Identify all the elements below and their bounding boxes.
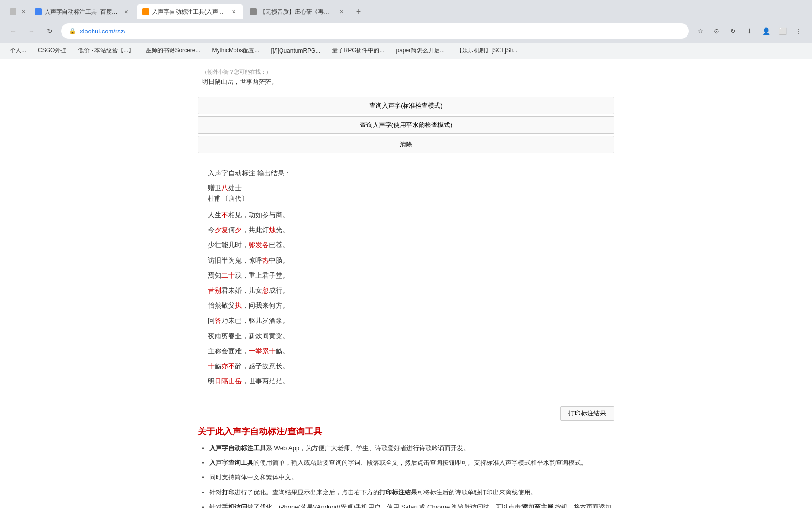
about-section: 关于此入声字自动标注/查询工具 入声字自动标注工具系 Web App，为方便广大… [198,421,614,508]
menu-icon[interactable]: ⋮ [792,24,806,38]
poem-line-5: 焉知二十载，重上君子堂。 [208,270,604,282]
bookmark-paper[interactable]: paper筒怎么开启... [392,46,449,56]
new-tab-button[interactable]: + [352,5,365,18]
browser-window: ✕ 入声字自动标注工具_百度搜索 ✕ 入声字自动标注工具(入声字... ✕ 【无… [0,0,812,508]
about-bold-1: 入声字自动标注工具 [209,444,266,452]
about-item-2: 入声字查询工具的使用简单，输入或粘贴要查询的字词、段落或全文，然后点击查询按钮即… [209,458,614,468]
content-wrapper: （朝外小街？您可能在找：） 明日隔山岳，世事两茫茫。 查询入声字(标准检查模式)… [188,59,624,508]
bookmark-quantum-label: [[/]]QuantumRPG... [271,48,320,54]
poem-line-9: 夜雨剪春韭，新炊间黄粱。 [208,330,604,342]
bookmark-quantumrpg-label: 量子RPG插件中的... [332,47,384,55]
poem-line-10: 主称会面难，一举累十觞。 [208,345,604,357]
textarea-content: 明日隔山岳，世事两茫茫。 [202,78,610,86]
bookmark-lowprice-label: 低价 · 本站经营【...】 [78,47,134,55]
poem-title-text: 赠卫 [208,184,221,191]
tab-baidu[interactable]: 入声字自动标注工具_百度搜索 ✕ [29,4,136,19]
bookmark-mythic-label: MythicMobs配置... [212,47,259,55]
poem-line-12: 明日隔山岳，世事两茫茫。 [208,375,604,387]
bookmark-sct[interactable]: 【娱乐机制】[SCT]Sli... [453,46,521,56]
bookmark-sct-label: 【娱乐机制】[SCT]Sli... [456,47,517,55]
bookmark-csgo[interactable]: CSGO外挂 [34,46,70,56]
tab-close-blank[interactable]: ✕ [19,8,27,16]
address-bar: ← → ↻ 🔒 xiaohui.com/rsz/ ☆ ⊙ ↻ ⬇ 👤 ⬜ ⋮ [0,19,812,43]
query-standard-button[interactable]: 查询入声字(标准检查模式) [198,97,614,114]
output-title: 入声字自动标注 输出结果： [208,169,604,178]
poem-author: 杜甫 〔唐代〕 [208,194,604,203]
bookmark-personal[interactable]: 个人... [6,46,30,56]
tab-active[interactable]: 入声字自动标注工具(入声字... ✕ [137,4,243,19]
bookmark-icon[interactable]: ☆ [693,24,707,38]
about-item-4: 针对打印进行了优化。查询结果显示出来之后，点击右下方的打印标注结果可将标注后的诗… [209,487,614,498]
poem-content: 赠卫八处士 杜甫 〔唐代〕 人生不相见，动如参与商。 今夕复何夕，共此灯烛光。 … [208,184,604,387]
bookmark-paper-label: paper筒怎么开启... [396,47,445,55]
poem-line-8: 问答乃未已，驱儿罗酒浆。 [208,315,604,327]
bookmark-quantum[interactable]: [[/]]QuantumRPG... [267,47,324,55]
about-addscreen-bold: 添加至主屏 [522,503,553,508]
download-icon[interactable]: ⬇ [742,24,757,38]
tab-close-baidu[interactable]: ✕ [122,8,130,16]
poem-line-1: 人生不相见，动如参与商。 [208,209,604,221]
bookmark-quantumrpg[interactable]: 量子RPG插件中的... [328,46,388,56]
about-title: 关于此入声字自动标注/查询工具 [198,426,614,437]
tab-label-active: 入声字自动标注工具(入声字... [152,8,227,16]
bookmarks-bar: 个人... CSGO外挂 低价 · 本站经营【...】 巫师的书籍Sorcere… [0,43,812,59]
poem-line-2: 今夕复何夕，共此灯烛光。 [208,224,604,236]
tab-music[interactable]: 【无损音质】庄心研《再见只... ✕ [244,4,351,19]
tab-favicon-blank [10,8,16,15]
poem-line-3: 少壮能几时，鬓发各已苍。 [208,239,604,251]
about-print-bold: 打印 [222,489,234,496]
poem-line-6: 昔别君未婚，儿女忽成行。 [208,285,604,297]
bookmark-mythic[interactable]: MythicMobs配置... [208,46,263,56]
about-item-5: 针对手机访问做了优化，iPhone(苹果)/Android(安卓)手机用户，使用… [209,502,614,508]
bookmark-csgo-label: CSGO外挂 [38,47,66,55]
poem-title-text2: 处士 [228,184,242,191]
clear-button[interactable]: 清除 [198,136,614,153]
about-print-result-bold: 打印标注结果 [379,489,417,496]
tab-favicon-active [142,8,149,15]
profile-icon[interactable]: ⊙ [709,24,724,38]
tab-label-music: 【无损音质】庄心研《再见只... [260,8,334,16]
print-button[interactable]: 打印标注结果 [560,406,614,421]
address-text: xiaohui.com/rsz/ [80,28,681,35]
query-pingshui-button[interactable]: 查询入声字(使用平水韵检查模式) [198,116,614,134]
poem-line-4: 访旧半为鬼，惊呼热中肠。 [208,254,604,267]
extensions-icon[interactable]: ⬜ [775,24,790,38]
poem-line-11: 十觞亦不醉，感子故意长。 [208,360,604,372]
about-mobile-bold: 手机访问 [222,503,247,508]
about-bold-2: 入声字查询工具 [209,459,253,466]
tab-favicon-baidu [35,8,42,15]
poem-title: 赠卫八处士 [208,184,604,192]
poem-textarea-container[interactable]: （朝外小街？您可能在找：） 明日隔山岳，世事两茫茫。 [198,64,614,93]
tab-label-baidu: 入声字自动标注工具_百度搜索 [45,8,119,16]
address-input[interactable]: 🔒 xiaohui.com/rsz/ [61,23,689,39]
bookmark-lowprice[interactable]: 低价 · 本站经营【...】 [74,46,138,56]
poem-title-highlight: 八 [221,184,228,191]
reload-button[interactable]: ↻ [43,24,57,38]
user-icon[interactable]: 👤 [759,24,773,38]
tab-favicon-music [250,8,257,15]
tab-close-active[interactable]: ✕ [230,8,237,16]
output-section: 入声字自动标注 输出结果： 赠卫八处士 杜甫 〔唐代〕 人生不相见，动如参与商。… [198,161,614,398]
tab-blank[interactable]: ✕ [4,4,28,19]
refresh-icon[interactable]: ↻ [726,24,740,38]
bookmark-witch[interactable]: 巫师的书籍Sorcere... [142,46,204,56]
back-button[interactable]: ← [6,24,20,38]
bookmark-witch-label: 巫师的书籍Sorcere... [146,47,200,55]
textarea-hint: （朝外小街？您可能在找：） [202,68,610,76]
about-list: 入声字自动标注工具系 Web App，为方便广大老师、学生、诗歌爱好者进行诗歌吟… [198,443,614,508]
bookmark-personal-label: 个人... [10,47,26,55]
print-btn-row: 打印标注结果 [198,406,614,421]
about-item-3: 同时支持简体中文和繁体中文。 [209,472,614,483]
tab-close-music[interactable]: ✕ [337,8,345,16]
page-content: （朝外小街？您可能在找：） 明日隔山岳，世事两茫茫。 查询入声字(标准检查模式)… [0,59,812,508]
toolbar-icons: ☆ ⊙ ↻ ⬇ 👤 ⬜ ⋮ [693,24,806,38]
poem-line-7: 怡然敬父执，问我来何方。 [208,300,604,312]
tab-bar: ✕ 入声字自动标注工具_百度搜索 ✕ 入声字自动标注工具(入声字... ✕ 【无… [0,0,812,19]
about-item-1: 入声字自动标注工具系 Web App，为方便广大老师、学生、诗歌爱好者进行诗歌吟… [209,443,614,454]
forward-button[interactable]: → [24,24,39,38]
